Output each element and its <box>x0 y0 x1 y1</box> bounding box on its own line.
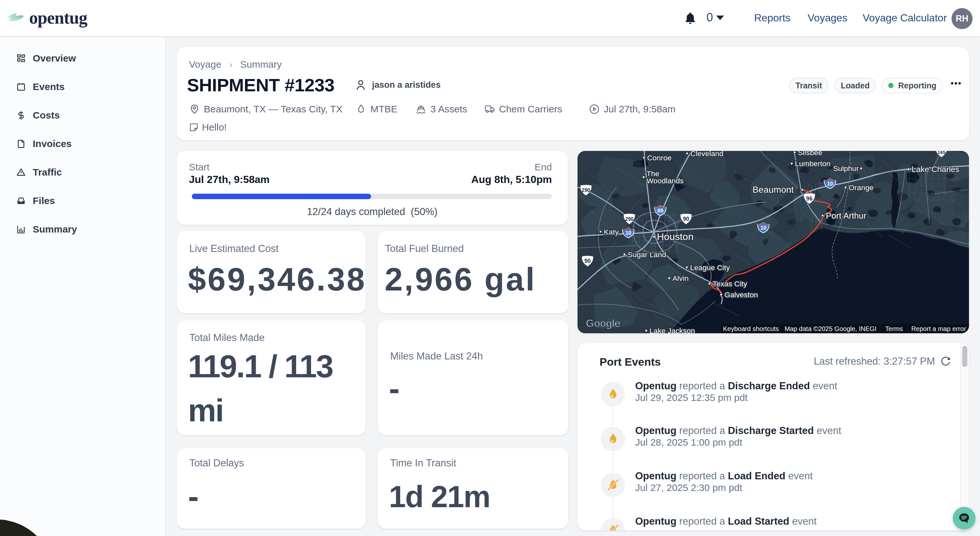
svg-text:Texas City: Texas City <box>713 280 747 288</box>
svg-text:Sugar Land: Sugar Land <box>628 251 666 259</box>
svg-text:Conroe: Conroe <box>647 154 671 162</box>
svg-text:10: 10 <box>827 181 833 187</box>
svg-text:Lake Charles: Lake Charles <box>912 165 959 174</box>
svg-text:Orange: Orange <box>849 184 874 192</box>
svg-text:Alvin: Alvin <box>673 274 689 282</box>
svg-text:Beaumont: Beaumont <box>752 185 794 195</box>
svg-text:Terms: Terms <box>885 325 903 332</box>
svg-text:Cleveland: Cleveland <box>690 151 723 158</box>
svg-text:Katy: Katy <box>604 228 619 236</box>
svg-text:90: 90 <box>584 258 591 264</box>
svg-text:290: 290 <box>582 187 590 193</box>
svg-text:Lumberton: Lumberton <box>795 160 830 168</box>
svg-text:Silsbee: Silsbee <box>798 151 822 157</box>
svg-text:Lake Jackson: Lake Jackson <box>649 327 695 333</box>
svg-text:10: 10 <box>625 230 631 236</box>
svg-text:96: 96 <box>806 195 813 202</box>
svg-text:League City: League City <box>690 263 730 272</box>
svg-text:Map data ©2025 Google, INEGI: Map data ©2025 Google, INEGI <box>784 325 877 332</box>
svg-text:The: The <box>646 170 660 178</box>
svg-text:Google: Google <box>586 317 620 329</box>
svg-text:90: 90 <box>683 216 689 222</box>
svg-text:Galveston: Galveston <box>724 291 758 299</box>
svg-text:Woodlands: Woodlands <box>646 177 684 185</box>
svg-text:69: 69 <box>657 208 663 213</box>
svg-text:Report a map error: Report a map error <box>911 325 966 332</box>
svg-text:290: 290 <box>625 216 633 222</box>
svg-text:10: 10 <box>760 225 766 231</box>
svg-text:Port Arthur: Port Arthur <box>826 211 867 220</box>
svg-text:Sulphur: Sulphur <box>833 165 859 173</box>
svg-text:Keyboard shortcuts: Keyboard shortcuts <box>723 325 779 332</box>
svg-text:165: 165 <box>937 151 946 155</box>
svg-text:Houston: Houston <box>657 231 694 242</box>
